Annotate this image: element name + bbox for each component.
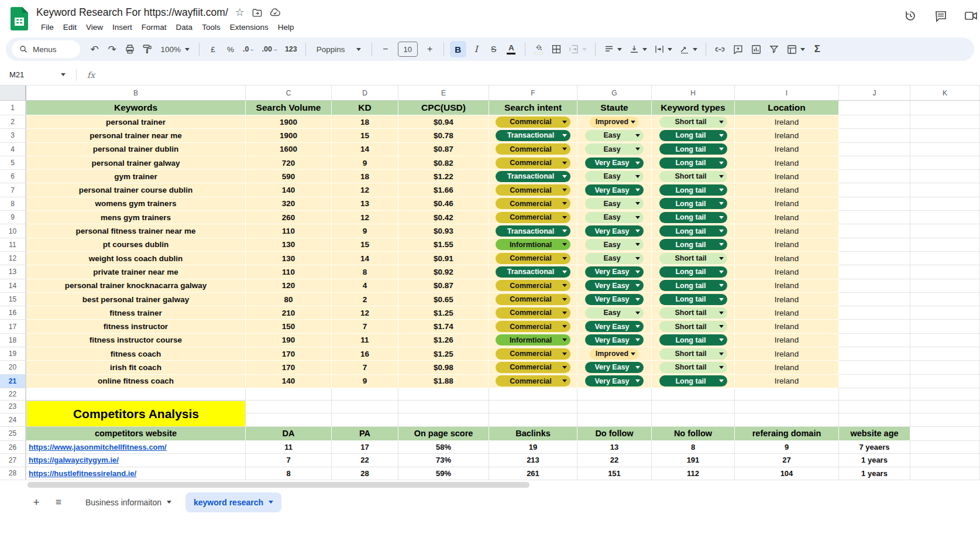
chip-G5[interactable]: Very Easy xyxy=(585,158,644,169)
chip-F12[interactable]: Commercial xyxy=(496,253,570,264)
cell-J16[interactable] xyxy=(839,306,910,320)
col-header-I[interactable]: I xyxy=(735,85,839,100)
cell-H24[interactable] xyxy=(652,413,735,427)
cell-K12[interactable] xyxy=(910,252,980,265)
cell-B21[interactable]: online fitness coach xyxy=(26,375,246,388)
text-rotation-button[interactable] xyxy=(677,41,700,57)
cell-J17[interactable] xyxy=(839,320,910,333)
horizontal-scrollbar-thumb[interactable] xyxy=(27,482,529,488)
col-header-C[interactable]: C xyxy=(246,85,332,100)
cell-D2[interactable]: 18 xyxy=(332,115,398,129)
cell-B7[interactable]: personal trainer course dublin xyxy=(26,183,246,197)
cell-K27[interactable] xyxy=(910,454,980,467)
row-header-14[interactable]: 14 xyxy=(0,279,26,293)
increase-font-size-button[interactable]: + xyxy=(422,41,438,57)
cell-F19[interactable]: Commercial xyxy=(489,347,577,361)
cell-D22[interactable] xyxy=(332,388,398,401)
cell-G17[interactable]: Very Easy xyxy=(577,320,652,333)
cell-J26[interactable]: 7 yeaers xyxy=(839,441,910,454)
cell-E10[interactable]: $0.93 xyxy=(398,224,489,238)
cell-I16[interactable]: Ireland xyxy=(735,306,839,320)
cell-J4[interactable] xyxy=(839,143,910,156)
functions-button[interactable]: Σ xyxy=(810,41,825,57)
cell-C8[interactable]: 320 xyxy=(246,197,332,211)
cell-B19[interactable]: fitness coach xyxy=(26,347,246,361)
chip-G6[interactable]: Easy xyxy=(585,171,644,182)
chip-F20[interactable]: Commercial xyxy=(496,362,570,373)
chip-F11[interactable]: Informtional xyxy=(496,239,570,250)
cell-H8[interactable]: Long tail xyxy=(652,197,735,211)
chip-H14[interactable]: Long tail xyxy=(659,280,727,291)
menu-format[interactable]: Format xyxy=(137,21,171,33)
cell-G2[interactable]: Improved xyxy=(577,115,652,129)
cell-K7[interactable] xyxy=(910,183,980,197)
cell-E3[interactable]: $0.78 xyxy=(398,129,489,142)
chip-F4[interactable]: Commercial xyxy=(496,143,570,155)
cell-C17[interactable]: 150 xyxy=(246,320,332,333)
select-all-corner[interactable] xyxy=(0,85,26,100)
cell-I19[interactable]: Ireland xyxy=(735,347,839,361)
chip-G13[interactable]: Very Easy xyxy=(585,266,644,278)
cell-K2[interactable] xyxy=(910,115,980,129)
cell-I18[interactable]: Ireland xyxy=(735,334,839,347)
col-header-K[interactable]: K xyxy=(910,85,980,100)
cell-F14[interactable]: Commercial xyxy=(489,279,577,293)
chip-F2[interactable]: Commercial xyxy=(496,117,570,128)
cell-H22[interactable] xyxy=(652,388,735,401)
cell-C26[interactable]: 11 xyxy=(246,441,332,454)
chip-G19[interactable]: Improved xyxy=(590,348,639,360)
cell-E6[interactable]: $1.22 xyxy=(398,170,489,183)
cell-G6[interactable]: Easy xyxy=(577,170,652,183)
cell-K21[interactable] xyxy=(910,375,980,388)
cell-D3[interactable]: 15 xyxy=(332,129,398,142)
cell-E13[interactable]: $0.92 xyxy=(398,265,489,279)
cell-K11[interactable] xyxy=(910,238,980,252)
cell-J9[interactable] xyxy=(839,211,910,224)
row-header-20[interactable]: 20 xyxy=(0,361,26,374)
chip-F17[interactable]: Commercial xyxy=(496,321,570,332)
cell-C1[interactable]: Search Volume xyxy=(246,101,332,115)
cell-J2[interactable] xyxy=(839,115,910,129)
chip-F3[interactable]: Transactional xyxy=(496,130,570,141)
cell-J21[interactable] xyxy=(839,375,910,388)
cell-C24[interactable] xyxy=(246,413,332,427)
decrease-decimals-button[interactable]: .0← xyxy=(240,41,257,57)
chip-G21[interactable]: Very Easy xyxy=(585,375,644,386)
row-header-5[interactable]: 5 xyxy=(0,156,26,170)
cell-K14[interactable] xyxy=(910,279,980,293)
cell-I12[interactable]: Ireland xyxy=(735,252,839,265)
cell-E21[interactable]: $1.88 xyxy=(398,375,489,388)
cell-B27[interactable]: https://galwaycitygym.ie/ xyxy=(26,454,246,467)
cell-F7[interactable]: Commercial xyxy=(489,183,577,197)
chip-G10[interactable]: Very Easy xyxy=(585,225,644,237)
cell-F6[interactable]: Transactional xyxy=(489,170,577,183)
cell-F5[interactable]: Commercial xyxy=(489,156,577,170)
cell-J8[interactable] xyxy=(839,197,910,211)
cell-C27[interactable]: 7 xyxy=(246,454,332,467)
competitor-link[interactable]: https://hustlefitnessireland.ie/ xyxy=(29,469,136,478)
menu-extensions[interactable]: Extensions xyxy=(225,21,273,33)
cell-G28[interactable]: 151 xyxy=(577,467,652,480)
col-header-H[interactable]: H xyxy=(652,85,735,100)
cell-D28[interactable]: 28 xyxy=(332,467,398,480)
competitors-analysis-title[interactable]: Competitors Analysis xyxy=(26,401,246,427)
cell-B13[interactable]: private trainer near me xyxy=(26,265,246,279)
cell-G21[interactable]: Very Easy xyxy=(577,375,652,388)
cell-I10[interactable]: Ireland xyxy=(735,224,839,238)
chip-G14[interactable]: Very Easy xyxy=(585,280,644,291)
cell-G10[interactable]: Very Easy xyxy=(577,224,652,238)
cell-H2[interactable]: Short tail xyxy=(652,115,735,129)
cell-J3[interactable] xyxy=(839,129,910,142)
cell-G13[interactable]: Very Easy xyxy=(577,265,652,279)
table-views-button[interactable] xyxy=(784,41,807,57)
cell-I24[interactable] xyxy=(735,413,839,427)
cell-D27[interactable]: 22 xyxy=(332,454,398,467)
cell-H5[interactable]: Long tail xyxy=(652,156,735,170)
row-header-27[interactable]: 27 xyxy=(0,454,26,467)
cell-J20[interactable] xyxy=(839,361,910,374)
cell-E28[interactable]: 59% xyxy=(398,467,489,480)
cell-D14[interactable]: 4 xyxy=(332,279,398,293)
cell-H13[interactable]: Long tail xyxy=(652,265,735,279)
cell-H26[interactable]: 8 xyxy=(652,441,735,454)
cell-D17[interactable]: 7 xyxy=(332,320,398,333)
